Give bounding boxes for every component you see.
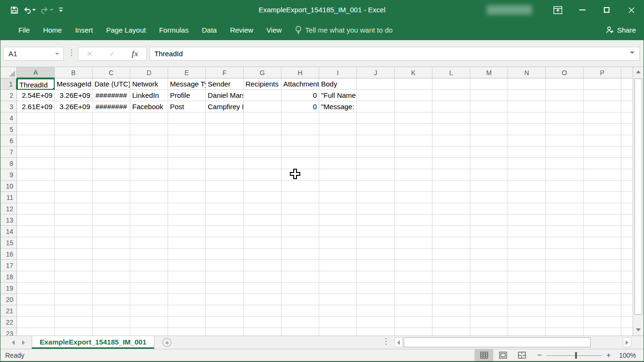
cell-M5[interactable] <box>470 124 508 135</box>
cell-P21[interactable] <box>584 305 621 317</box>
scroll-right-button[interactable] <box>623 337 631 347</box>
zoom-slider-handle[interactable] <box>575 352 577 359</box>
undo-dropdown-icon[interactable] <box>32 9 36 11</box>
cell-A18[interactable] <box>17 271 55 283</box>
cell-D19[interactable] <box>130 283 168 294</box>
cell-B11[interactable] <box>55 192 93 203</box>
cell-E2[interactable]: Profile <box>168 90 206 101</box>
cell-M6[interactable] <box>470 135 508 147</box>
cell-F21[interactable] <box>206 305 244 317</box>
cell-partial[interactable] <box>621 328 634 336</box>
cell-M13[interactable] <box>470 215 508 226</box>
cell-K5[interactable] <box>395 124 432 135</box>
column-header-E[interactable]: E <box>168 67 206 78</box>
tab-data[interactable]: Data <box>195 21 223 39</box>
cell-C2[interactable]: ######## <box>93 90 130 101</box>
cell-D6[interactable] <box>130 135 168 147</box>
cell-A3[interactable]: 2.61E+09 <box>17 101 55 112</box>
cell-N9[interactable] <box>508 169 546 181</box>
cell-D7[interactable] <box>130 147 168 158</box>
cell-O7[interactable] <box>546 147 584 158</box>
cell-F19[interactable] <box>206 283 244 294</box>
cell-G9[interactable] <box>244 169 281 181</box>
cell-O1[interactable] <box>546 78 584 90</box>
cell-K23[interactable] <box>395 328 432 336</box>
vertical-scroll-thumb[interactable] <box>635 78 642 315</box>
cell-N11[interactable] <box>508 192 546 203</box>
cell-H14[interactable] <box>281 226 319 237</box>
row-header-15[interactable]: 15 <box>0 237 17 249</box>
cell-E15[interactable] <box>168 237 206 249</box>
cell-K7[interactable] <box>395 147 432 158</box>
row-header-11[interactable]: 11 <box>0 192 17 203</box>
cell-M21[interactable] <box>470 305 508 317</box>
zoom-percentage[interactable]: 100% <box>616 352 636 359</box>
cell-O13[interactable] <box>546 215 584 226</box>
cell-M4[interactable] <box>470 112 508 124</box>
add-sheet-button[interactable]: + <box>160 336 174 349</box>
cell-O22[interactable] <box>546 317 584 328</box>
cell-P20[interactable] <box>584 294 621 305</box>
tab-review[interactable]: Review <box>223 21 260 39</box>
cell-N8[interactable] <box>508 158 546 169</box>
cell-H4[interactable] <box>281 112 319 124</box>
customize-qat-button[interactable] <box>57 4 65 16</box>
cell-P12[interactable] <box>584 203 621 215</box>
cell-M3[interactable] <box>470 101 508 112</box>
insert-function-button[interactable]: fx <box>132 50 138 58</box>
cell-D13[interactable] <box>130 215 168 226</box>
cell-G2[interactable] <box>244 90 281 101</box>
cell-N12[interactable] <box>508 203 546 215</box>
row-header-1[interactable]: 1 <box>0 78 17 90</box>
cell-I20[interactable] <box>319 294 357 305</box>
cell-G13[interactable] <box>244 215 281 226</box>
cell-L15[interactable] <box>432 237 470 249</box>
cell-L10[interactable] <box>432 181 470 192</box>
cell-F6[interactable] <box>206 135 244 147</box>
cell-K19[interactable] <box>395 283 432 294</box>
cell-O14[interactable] <box>546 226 584 237</box>
save-button[interactable] <box>9 4 20 16</box>
cell-A17[interactable] <box>17 260 55 271</box>
cell-E22[interactable] <box>168 317 206 328</box>
horizontal-scrollbar[interactable] <box>394 337 631 347</box>
row-header-3[interactable]: 3 <box>0 101 17 112</box>
cell-partial[interactable] <box>621 101 634 112</box>
user-account-badge[interactable] <box>487 5 532 15</box>
cell-B1[interactable]: MessageId <box>55 78 93 90</box>
cell-P18[interactable] <box>584 271 621 283</box>
cell-C8[interactable] <box>93 158 130 169</box>
row-header-10[interactable]: 10 <box>0 181 17 192</box>
scroll-up-button[interactable] <box>633 67 644 77</box>
cell-B6[interactable] <box>55 135 93 147</box>
cell-A14[interactable] <box>17 226 55 237</box>
cell-L18[interactable] <box>432 271 470 283</box>
cell-G19[interactable] <box>244 283 281 294</box>
cell-O8[interactable] <box>546 158 584 169</box>
cell-partial[interactable] <box>621 135 634 147</box>
cell-F8[interactable] <box>206 158 244 169</box>
cell-I21[interactable] <box>319 305 357 317</box>
undo-button[interactable] <box>22 4 37 16</box>
cell-I1[interactable]: Body <box>319 78 357 90</box>
tab-insert[interactable]: Insert <box>68 21 100 39</box>
cell-G16[interactable] <box>244 249 281 260</box>
cell-N21[interactable] <box>508 305 546 317</box>
cell-P5[interactable] <box>584 124 621 135</box>
cell-partial[interactable] <box>621 294 634 305</box>
cell-H1[interactable]: Attachments <box>281 78 319 90</box>
cell-C5[interactable] <box>93 124 130 135</box>
cell-B8[interactable] <box>55 158 93 169</box>
tab-page-layout[interactable]: Page Layout <box>100 21 153 39</box>
cell-M1[interactable] <box>470 78 508 90</box>
cell-E10[interactable] <box>168 181 206 192</box>
cell-E11[interactable] <box>168 192 206 203</box>
cell-P14[interactable] <box>584 226 621 237</box>
cell-N4[interactable] <box>508 112 546 124</box>
column-header-G[interactable]: G <box>244 67 281 78</box>
cell-D1[interactable]: Network <box>130 78 168 90</box>
cell-A6[interactable] <box>17 135 55 147</box>
row-header-4[interactable]: 4 <box>0 112 17 124</box>
cell-E14[interactable] <box>168 226 206 237</box>
cell-L16[interactable] <box>432 249 470 260</box>
